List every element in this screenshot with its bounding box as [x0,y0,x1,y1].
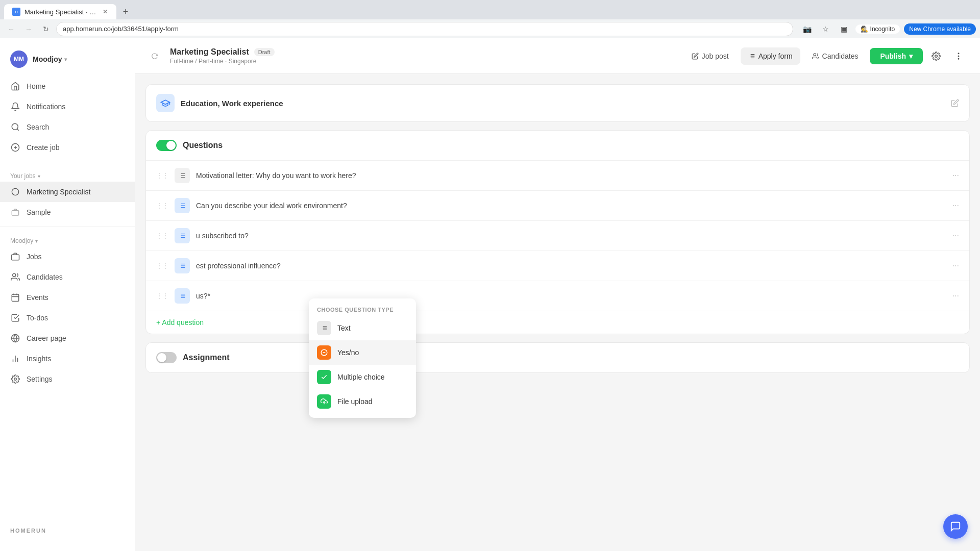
svg-point-28 [935,55,938,57]
education-card-title: Education, Work experience [181,99,283,108]
tab-close-button[interactable]: ✕ [102,8,108,16]
sidebar-item-events[interactable]: Events [0,287,135,308]
question-icon-2 [175,198,190,213]
drag-handle-4[interactable]: ⋮⋮ [156,262,168,269]
dropdown-item-yesno-label: Yes/no [337,348,359,357]
dropdown-item-multiple-choice-label: Multiple choice [337,373,385,381]
tab-apply-form-label: Apply form [758,52,793,60]
publish-label: Publish [880,52,906,60]
question-item-2: ⋮⋮ Can you describe your ideal work envi… [146,190,969,220]
new-tab-button[interactable]: + [118,5,133,19]
tab-candidates[interactable]: Candidates [804,47,866,65]
tab-apply-form[interactable]: Apply form [741,47,800,65]
dropdown-item-file-upload[interactable]: File upload [309,389,416,414]
dropdown-item-text[interactable]: Text [309,316,416,340]
question-text-1: Motivational letter: Why do you want to … [196,171,946,180]
camera-icon[interactable]: 📷 [800,22,815,36]
assignment-toggle[interactable] [156,352,177,363]
company-name[interactable]: Moodjoy ▾ [33,55,67,63]
sidebar-item-create-job[interactable]: Create job [0,137,135,158]
sidebar-item-jobs[interactable]: Jobs [0,246,135,267]
main-area: Marketing Specialist Draft Full-time / P… [135,38,980,551]
sidebar-item-search[interactable]: Search [0,117,135,137]
sidebar-item-marketing-specialist-label: Marketing Specialist [27,188,90,196]
sidebar-item-candidates[interactable]: Candidates [0,267,135,287]
bookmark-icon[interactable]: ☆ [819,22,833,36]
settings-button[interactable] [927,47,945,65]
forward-button[interactable]: → [21,22,36,36]
sidebar-icon[interactable]: ▣ [837,22,851,36]
homerun-logo-text: HOMERUN [10,528,46,534]
svg-rect-9 [12,255,19,260]
browser-chrome: H Marketing Specialist · Homerun ✕ + ← →… [0,0,980,38]
assignment-toggle-knob [157,353,166,362]
tab-favicon: H [12,8,20,16]
sidebar-item-marketing-specialist[interactable]: Marketing Specialist [0,182,135,202]
question-more-5[interactable]: ··· [952,291,959,300]
svg-line-3 [17,129,18,130]
drag-handle-1[interactable]: ⋮⋮ [156,172,168,179]
browser-actions: 📷 ☆ ▣ 🕵 Incognito New Chrome available [800,22,976,36]
sidebar-divider-2 [0,227,135,227]
publish-chevron-icon: ▾ [909,52,913,60]
questions-toggle[interactable] [156,140,177,151]
question-more-4[interactable]: ··· [952,261,959,270]
assignment-header: Assignment [146,343,969,372]
back-button[interactable]: ← [4,22,18,36]
question-icon-5 [175,288,190,304]
more-button[interactable] [949,47,968,65]
question-item-3: ⋮⋮ u subscribed to? ··· [146,220,969,251]
reload-button[interactable]: ↻ [39,22,53,36]
question-text-2: Can you describe your ideal work environ… [196,202,946,210]
dropdown-chevron-icon: ▾ [64,57,67,62]
sidebar-item-home[interactable]: Home [0,76,135,96]
sidebar-logo: MM Moodjoy ▾ [0,46,135,76]
new-chrome-button[interactable]: New Chrome available [904,23,976,35]
address-bar[interactable]: app.homerun.co/job/336451/apply-form [56,22,793,36]
sidebar-item-todos[interactable]: To-dos [0,308,135,328]
svg-point-20 [14,378,17,381]
active-tab[interactable]: H Marketing Specialist · Homerun ✕ [4,4,116,19]
home-icon [10,81,20,91]
sidebar-your-jobs-label: Your jobs ▾ [0,166,135,182]
question-more-3[interactable]: ··· [952,231,959,240]
job-title-area: Marketing Specialist Draft Full-time / P… [170,47,275,65]
question-icon-3 [175,228,190,243]
dropdown-item-multiple-choice[interactable]: Multiple choice [309,365,416,389]
sidebar-item-notifications[interactable]: Notifications [0,96,135,117]
tab-job-post-label: Job post [702,52,729,60]
drag-handle-3[interactable]: ⋮⋮ [156,232,168,239]
education-edit-button[interactable] [951,99,959,107]
sidebar-item-settings[interactable]: Settings [0,369,135,389]
publish-button[interactable]: Publish ▾ [870,48,923,64]
sidebar-item-insights[interactable]: Insights [0,348,135,369]
question-item-1: ⋮⋮ Motivational letter: Why do you want … [146,160,969,190]
sidebar-item-career-page[interactable]: Career page [0,328,135,348]
job-title-row: Marketing Specialist Draft [170,47,275,57]
svg-text:H: H [15,10,18,14]
sidebar-item-create-job-label: Create job [27,143,60,152]
users-icon [10,272,20,282]
chat-button[interactable] [943,514,968,539]
add-question-button[interactable]: + Add question [146,311,969,334]
draft-badge: Draft [254,48,275,56]
question-more-2[interactable]: ··· [952,201,959,210]
question-text-5: us?* [196,292,946,300]
search-icon [10,122,20,132]
dropdown-item-yesno[interactable]: Yes/no [309,340,416,365]
sidebar-item-notifications-label: Notifications [27,103,65,111]
questions-card: Questions ⋮⋮ Motivational letter: Why do… [145,130,970,334]
sidebar-item-todos-label: To-dos [27,314,48,322]
question-more-1[interactable]: ··· [952,171,959,180]
tab-title: Marketing Specialist · Homerun [24,8,97,16]
tab-job-post[interactable]: Job post [684,47,737,65]
drag-handle-2[interactable]: ⋮⋮ [156,202,168,209]
sidebar-item-settings-label: Settings [27,375,53,383]
drag-handle-5[interactable]: ⋮⋮ [156,292,168,299]
svg-point-7 [12,188,18,195]
homerun-logo: HOMERUN [0,517,135,543]
svg-point-10 [13,273,16,277]
refresh-button[interactable] [148,49,162,63]
sidebar-item-sample[interactable]: Sample [0,202,135,222]
top-nav-actions: Job post Apply form [684,47,968,65]
